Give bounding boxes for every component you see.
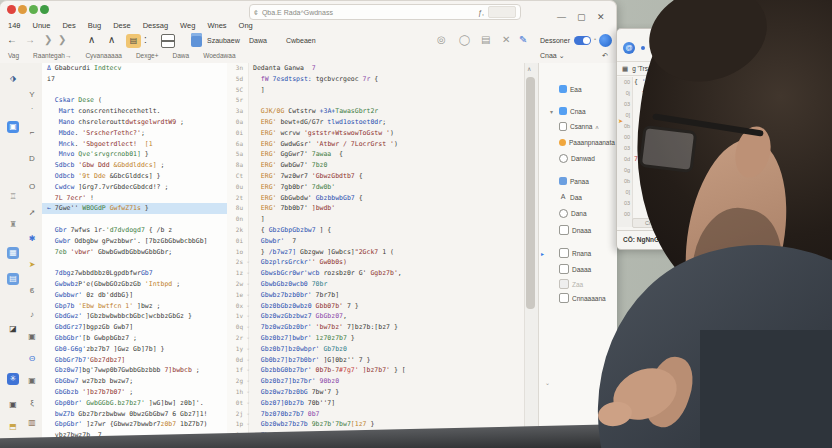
gutter-marker-icon[interactable] xyxy=(243,236,253,247)
code-line[interactable]: 2g ◦ Gbz0bz7]bz7br' 90bz0 xyxy=(227,376,524,387)
tool-strip-icon[interactable]: ◪ xyxy=(7,323,19,335)
code-line[interactable] xyxy=(42,257,227,268)
menu-item[interactable]: Dessag xyxy=(143,21,168,30)
app-logo-icon[interactable]: @ xyxy=(623,42,635,54)
code-line[interactable]: 0n ] xyxy=(227,214,524,225)
code-line[interactable]: 1y ◦ Gbz0b7]bz0wbpr' Gb7bz0 xyxy=(227,344,524,355)
code-line[interactable]: 1f ◦ GbzbbG0bz7br' 0b7b-7#7g7' ]bz7b7' }… xyxy=(227,365,524,376)
code-line[interactable]: GbdGrz7]bgpzGb Gwb7] xyxy=(42,322,227,333)
gutter-marker-icon[interactable] xyxy=(243,117,253,128)
traffic-light-icon[interactable] xyxy=(7,5,16,14)
tool-strip-icon[interactable]: ▣ xyxy=(7,399,19,411)
editor-pane-middle[interactable]: 3n Dedanta Ganwa 7 5d fW 7esdtspst: tgcb… xyxy=(227,63,524,448)
gutter-marker-icon[interactable] xyxy=(243,106,253,117)
code-line[interactable]: Gbr 7wfws 1r-'d7dvdogd7 { /b z xyxy=(42,225,227,236)
gutter-marker-icon[interactable] xyxy=(243,95,253,106)
code-line[interactable]: 1o } /b7wz7] Gbzgww ]Gwbcs]"2Gck7 1 ( xyxy=(227,247,524,258)
panel-scope-dropdown[interactable]: Cnaa ⌄ xyxy=(540,52,565,60)
menu-item[interactable]: 14θ xyxy=(8,21,21,30)
code-line[interactable]: 0d ◦ Gb0bz7]bz7b0br' ]G]0bz'' 7 } xyxy=(227,355,524,366)
tree-item[interactable]: Eaa xyxy=(541,85,591,93)
tree-item-label[interactable]: Dana xyxy=(571,210,587,217)
tree-item[interactable]: Danwad xyxy=(541,154,604,163)
code-line[interactable]: 2k { GbzGbpGbzbw7 ] { xyxy=(227,225,524,236)
code-line[interactable]: Sdbcb 'Gbw Ddd &Gbddlddcs] ; xyxy=(42,160,227,171)
breadcrumb-item[interactable]: Raantegah→ xyxy=(33,52,71,59)
gutter-marker-icon[interactable] xyxy=(243,247,253,258)
code-line[interactable]: 1v ◦ Gbz0wzGbzbwz7 GbGbz07, xyxy=(227,311,524,322)
code-line[interactable]: Gbp7b 'Ebw bwtfcn 1' ]bwz ; xyxy=(42,301,227,312)
tree-item-label[interactable]: Panaa xyxy=(570,178,589,185)
tool-strip-icon[interactable]: ⌐ xyxy=(26,127,38,139)
gutter-marker-icon[interactable]: ◦ xyxy=(243,290,253,301)
gutter-marker-icon[interactable] xyxy=(243,63,253,74)
code-line[interactable]: GwbwbzP'e(GbwbGOzGbzGb 'Intbpd ; xyxy=(42,279,227,290)
code-line[interactable]: GbdGwz' ]GbzbwbwbbcbGbc]wcbbzGbGz } xyxy=(42,311,227,322)
tool-strip-icon[interactable]: ▣ xyxy=(7,121,19,133)
tree-item-label[interactable]: Daaaa xyxy=(572,266,591,273)
toolbar-label[interactable]: Szaubaew xyxy=(207,37,240,44)
tool-strip-icon[interactable]: ▣ xyxy=(26,375,38,387)
home-icon[interactable]: ∧ xyxy=(88,34,95,45)
traffic-light-icon[interactable] xyxy=(29,5,38,14)
address-bar[interactable]: ¢ Qba.E Rada^Gwdnass ƒ, xyxy=(249,4,521,20)
code-line[interactable]: 7eb 'vbwr' GbwbGwdbGbbwGbbGbr; xyxy=(42,247,227,258)
gutter-marker-icon[interactable]: ◦ xyxy=(243,387,253,398)
gutter-marker-icon[interactable] xyxy=(243,139,253,150)
toolbar-icon[interactable]: ▤ xyxy=(481,34,490,45)
toolbar-icon[interactable]: ✎ xyxy=(519,34,527,45)
gutter-marker-icon[interactable] xyxy=(243,74,253,85)
code-line[interactable]: GbGbzb ']bz7b7b07' ; xyxy=(42,387,227,398)
tree-item[interactable]: Daaaa xyxy=(541,264,600,274)
menu-item[interactable]: Ong xyxy=(239,21,253,30)
code-line[interactable]: 5C ] xyxy=(227,85,524,96)
code-line[interactable]: Mnvo Qve'srvgrcnob01] } xyxy=(42,149,227,160)
code-line[interactable] xyxy=(42,214,227,225)
designer-label[interactable]: Dessoner xyxy=(540,37,570,44)
forward-icon[interactable]: → xyxy=(25,34,35,45)
code-line[interactable]: Ct ERG' 7wz0wr7 'GbwzGbdtb7 { xyxy=(227,171,524,182)
code-line[interactable]: 0x ◦ Gbz0bGbz0wbz0 Gbb07b' 7 } xyxy=(227,301,524,312)
tool-strip-icon[interactable]: ✳ xyxy=(7,373,19,385)
gutter-marker-icon[interactable] xyxy=(243,193,253,204)
code-line[interactable]: 0u ERG' 7gb0br' 7dw0b' xyxy=(227,182,524,193)
code-line[interactable]: 5a ERG' GgGwr7' 7awaa { xyxy=(227,149,524,160)
code-line[interactable]: 1h ◦ Gbz0wz7bz0bG 7bw'7 } xyxy=(227,387,524,398)
code-line[interactable]: Δ Gbabcurdi Indtecv xyxy=(42,63,227,74)
menu-item[interactable]: Unue xyxy=(33,21,51,30)
tool-strip-icon[interactable]: ♪ xyxy=(26,309,38,321)
gutter-marker-icon[interactable]: ◦ xyxy=(243,268,253,279)
address-extra-box[interactable] xyxy=(488,6,516,18)
breadcrumb-item[interactable]: Dawa xyxy=(173,52,190,59)
avatar[interactable] xyxy=(599,34,612,47)
menu-item[interactable]: Des xyxy=(62,21,75,30)
toolbar-icon[interactable]: ✕ xyxy=(502,34,510,45)
panel-scroll-chevron-icon[interactable]: ⌄ xyxy=(545,379,550,386)
minimize-button[interactable]: — xyxy=(557,12,566,22)
code-line[interactable]: 5r xyxy=(227,95,524,106)
code-line[interactable]: GbpGbr' ]z7wr {Gbwwz7bwwbr7z0b7 1bZ7b7) xyxy=(42,419,227,430)
tool-strip-icon[interactable]: ♖ xyxy=(7,191,19,203)
code-line[interactable]: Mart conscrentihecethetlt. xyxy=(42,106,227,117)
toolbar-icon[interactable]: ◯ xyxy=(459,34,470,45)
chevron-right2-icon[interactable]: ❯ xyxy=(58,34,66,45)
run-arrow-icon[interactable]: ▸ xyxy=(541,250,547,257)
tree-item[interactable]: Panaa xyxy=(541,177,598,185)
tool-strip-icon[interactable]: Θ xyxy=(26,353,38,365)
code-line[interactable]: 0t ◦ Gbz07]0bz7b 70b''7] xyxy=(227,398,524,409)
tree-item[interactable]: A Daa xyxy=(541,193,591,201)
tool-strip-icon[interactable]: ϐ xyxy=(26,285,38,297)
script-icon[interactable]: ƒ, xyxy=(478,9,484,16)
tree-item-label[interactable]: Daa xyxy=(570,194,582,201)
tool-strip-icon[interactable]: ⬒ xyxy=(7,421,19,433)
tree-item-label[interactable]: Eaa xyxy=(570,86,582,93)
tool-strip-icon[interactable]: ξ xyxy=(26,397,38,409)
code-line[interactable]: Cskar Dese ( xyxy=(42,95,227,106)
tool-strip-icon[interactable]: ▣ xyxy=(26,331,38,343)
menu-item[interactable]: Dese xyxy=(113,21,131,30)
gutter-marker-icon[interactable]: ◦ xyxy=(243,365,253,376)
code-line[interactable]: Gwbr Odbgbw gPwzbbwr'. [7bzGbGbwbcbbGb] xyxy=(42,236,227,247)
tool-strip-icon[interactable]: Y xyxy=(26,89,38,101)
scroll-up-icon[interactable]: ∧ xyxy=(527,65,531,72)
scrollbar-thumb[interactable] xyxy=(526,77,535,309)
